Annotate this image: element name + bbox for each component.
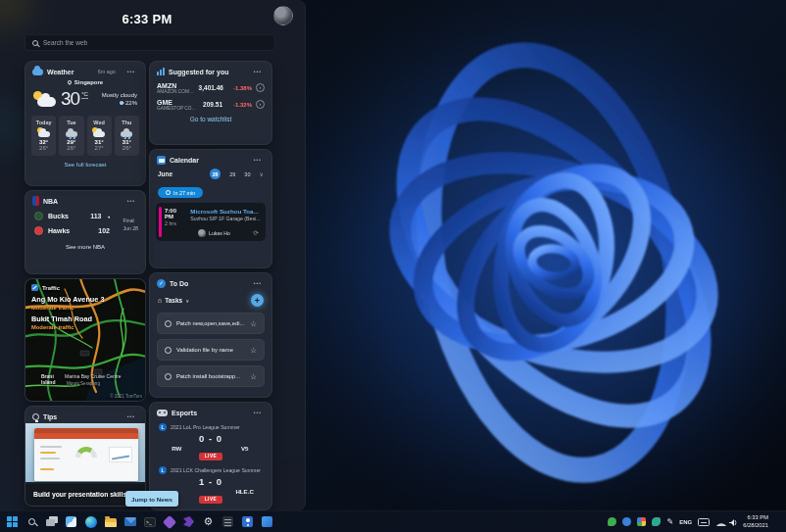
calendar-widget[interactable]: Calendar ••• June 28 29 30 ∨ In 27 min 7… (149, 149, 272, 268)
weather-widget[interactable]: Weather 6m ago ••• Singapore 30 °C Mostl… (25, 61, 146, 186)
stock-price: 3,401.46 (199, 84, 223, 91)
office-app-icon (222, 516, 233, 527)
todo-list-label[interactable]: Tasks (165, 297, 182, 304)
search-icon (32, 40, 38, 46)
task-item[interactable]: Patch install bootstrapp... ☆ (157, 365, 265, 387)
stocks-chart-icon (157, 68, 165, 75)
league-badge-icon: L (159, 466, 167, 474)
see-more-nba-link[interactable]: See more NBA (25, 244, 145, 250)
event-time: 7:00 PM (165, 208, 184, 219)
profile-avatar[interactable] (273, 6, 293, 25)
search-bar[interactable] (25, 34, 275, 51)
tips-preview-image[interactable] (25, 423, 145, 484)
game-controller-icon (157, 410, 168, 416)
calendar-event[interactable]: 7:00 PM 2 hrs Microsoft Suzhou Toa... Su… (156, 203, 266, 241)
add-task-button[interactable]: + (251, 294, 264, 307)
match-score: 0 - 0 (194, 433, 228, 444)
match-row[interactable]: RW 0 - 0 LIVE V5 (150, 432, 271, 463)
esports-title: Esports (172, 410, 197, 416)
stocks-widget[interactable]: Suggested for you ••• AMZN AMAZON.COM...… (149, 61, 272, 145)
task-item[interactable]: Validation file by name ☆ (157, 339, 265, 361)
mail-app-button[interactable] (123, 514, 137, 529)
clock-icon (166, 190, 171, 195)
stock-row[interactable]: GME GAMESTOP CO... 209.51 -1.32% › (150, 96, 271, 113)
chevron-down-icon[interactable]: ∨ (260, 170, 264, 177)
tray-app-icon[interactable] (622, 517, 631, 526)
file-explorer-button[interactable] (103, 514, 118, 529)
calendar-day[interactable]: 29 (229, 171, 235, 177)
widgets-button[interactable] (64, 514, 78, 529)
people-app-button[interactable] (240, 514, 255, 529)
blue-app-button[interactable] (260, 514, 274, 529)
taskbar: ⚙ ✎ ENG 6:33 PM 6/28/2021 (0, 510, 786, 532)
task-view-icon (46, 519, 55, 526)
tray-app-icon[interactable] (608, 517, 616, 526)
go-to-watchlist-link[interactable]: Go to watchlist (150, 116, 271, 122)
traffic-widget[interactable]: Traffic Ang Mo Kio Avenue 3 Moderate tra… (25, 278, 146, 402)
traffic-road: Bukit Timah Road (31, 314, 139, 323)
people-icon (242, 516, 253, 527)
weather-unit-toggle[interactable]: °C (81, 91, 88, 99)
rain-icon (64, 127, 79, 138)
taskbar-clock[interactable]: 6:33 PM 6/28/2021 (743, 514, 768, 529)
forecast-day[interactable]: Wed 31° 27° (87, 116, 112, 156)
forecast-day[interactable]: Today 32° 26° (31, 116, 56, 156)
weather-temperature: 30 (61, 88, 79, 110)
task-checkbox[interactable] (165, 320, 172, 327)
forecast-day[interactable]: Thu 31° 26° (115, 116, 139, 156)
todo-widget[interactable]: To Do ••• ⌂ Tasks ∨ + Patch new,open,sav… (149, 272, 272, 398)
hawks-logo-icon (34, 226, 43, 235)
todo-title: To Do (170, 280, 188, 287)
todo-more-options-icon[interactable]: ••• (251, 278, 265, 288)
star-icon[interactable]: ☆ (250, 346, 257, 355)
task-checkbox[interactable] (165, 347, 172, 354)
event-countdown-pill[interactable]: In 27 min (158, 187, 203, 198)
pen-icon[interactable]: ✎ (666, 517, 673, 526)
league-badge-icon: L (159, 423, 167, 431)
network-volume-status[interactable] (715, 517, 737, 527)
stocks-more-options-icon[interactable]: ••• (251, 67, 265, 76)
calendar-day[interactable]: 30 (244, 171, 250, 177)
calendar-month: June (158, 170, 172, 177)
calendar-day-selected[interactable]: 28 (210, 169, 221, 179)
star-icon[interactable]: ☆ (250, 372, 257, 381)
office-app-button[interactable] (221, 514, 235, 529)
search-input[interactable] (43, 39, 268, 46)
calendar-more-options-icon[interactable]: ••• (251, 155, 265, 165)
esports-more-options-icon[interactable]: ••• (251, 408, 265, 417)
nba-widget[interactable]: NBA ••• Bucks 113 ◂ Hawks 102 Final Jun … (25, 190, 146, 274)
tips-more-options-icon[interactable]: ••• (124, 411, 138, 421)
star-icon[interactable]: ☆ (250, 319, 257, 328)
tray-app-icon[interactable] (637, 517, 646, 526)
task-item[interactable]: Patch new,open,save,edi... ☆ (157, 313, 265, 334)
nba-more-options-icon[interactable]: ••• (124, 196, 138, 206)
chevron-down-icon[interactable]: ∨ (185, 298, 189, 304)
touch-keyboard-icon[interactable] (698, 518, 710, 526)
stock-row[interactable]: AMZN AMAZON.COM... 3,401.46 -1.38% › (150, 79, 271, 96)
jump-to-news-button[interactable]: Jump to News (125, 491, 178, 507)
task-view-button[interactable] (44, 514, 59, 529)
task-checkbox[interactable] (165, 373, 172, 380)
league-name: 2021 LoL Pro League Summer (171, 424, 240, 430)
weather-more-options-icon[interactable]: ••• (124, 67, 138, 76)
edge-app-button[interactable] (83, 514, 98, 529)
taskbar-search-button[interactable] (25, 514, 39, 529)
visual-studio-app-button[interactable] (162, 514, 176, 529)
language-indicator[interactable]: ENG (679, 519, 692, 525)
terminal-app-button[interactable] (142, 514, 157, 529)
stock-detail-chevron-icon[interactable]: › (256, 100, 265, 109)
see-full-forecast-link[interactable]: See full forecast (25, 162, 145, 168)
settings-app-button[interactable]: ⚙ (201, 514, 216, 529)
league-row[interactable]: L 2021 LoL Pro League Summer (150, 420, 271, 432)
sync-icon[interactable]: ⟳ (254, 229, 259, 237)
windows-logo-icon (7, 516, 18, 527)
weather-forecast-row: Today 32° 26° Tue 29° 26° Wed 31° 27° Th… (25, 111, 145, 160)
tray-app-icon[interactable] (652, 517, 661, 526)
purple-app-button[interactable] (181, 514, 196, 529)
forecast-day[interactable]: Tue 29° 26° (59, 116, 83, 156)
purple-app-icon (183, 516, 194, 527)
stock-detail-chevron-icon[interactable]: › (256, 83, 265, 92)
start-button[interactable] (5, 514, 20, 529)
partly-cloudy-icon (36, 127, 52, 138)
league-row[interactable]: L 2021 LCK Challengers League Summer (150, 463, 271, 475)
